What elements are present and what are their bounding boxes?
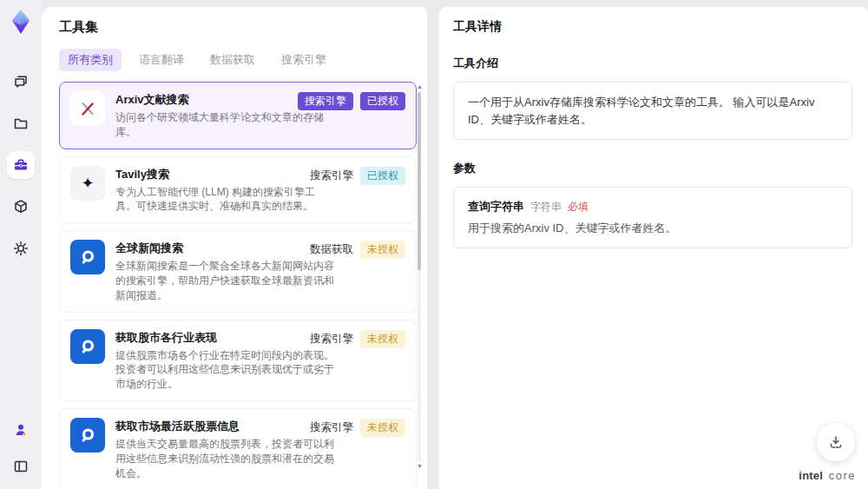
status-badge: 未授权 — [360, 241, 405, 259]
panel-toggle-icon[interactable] — [7, 453, 35, 480]
tool-name: 全球新闻搜索 — [115, 241, 334, 256]
tool-desc: 专为人工智能代理 (LLM) 构建的搜索引擎工具。可快速提供实时、准确和真实的结… — [115, 185, 334, 215]
category-badge: 搜索引擎 — [298, 92, 353, 110]
tool-desc: 全球新闻搜索是一个聚合全球各大新闻网站内容的搜索引擎，帮助用户快速获取全球最新资… — [115, 259, 334, 302]
tool-name: 获取市场最活跃股票信息 — [115, 419, 334, 434]
category-label: 搜索引擎 — [310, 169, 353, 183]
intel-core-logo: intel core — [799, 469, 856, 482]
detail-title: 工具详情 — [453, 19, 852, 35]
user-icon[interactable] — [7, 416, 35, 444]
tool-card-sector-performance[interactable]: 获取股市各行业表现 提供股票市场各个行业在特定时间段内的表现。投资者可以利用这些… — [59, 320, 417, 401]
tool-card-most-active-stocks[interactable]: 获取市场最活跃股票信息 提供当天交易量最高的股票列表，投资者可以利用这些信息来识… — [59, 408, 417, 489]
app-logo[interactable] — [6, 7, 36, 36]
scroll-down-arrow[interactable]: ▼ — [417, 463, 422, 470]
tab-all-categories[interactable]: 所有类别 — [59, 49, 122, 71]
blue-search-icon — [70, 240, 105, 274]
tool-list: Arxiv文献搜索 访问各个研究领域大量科学论文和文章的存储库。 搜索引擎 已授… — [59, 82, 410, 489]
category-label: 搜索引擎 — [310, 332, 353, 347]
list-scrollbar[interactable]: ▲ ▼ — [417, 83, 422, 470]
tab-search-engine[interactable]: 搜索引擎 — [273, 49, 335, 71]
brand-intel: intel — [799, 469, 823, 482]
intro-box: 一个用于从Arxiv存储库搜索科学论文和文章的工具。 输入可以是Arxiv ID… — [453, 82, 852, 140]
download-icon — [827, 433, 845, 451]
sidebar-nav — [7, 68, 35, 262]
brand-core: core — [829, 469, 856, 482]
toolset-title: 工具集 — [59, 19, 410, 36]
param-box: 查询字符串 字符串 必填 用于搜索的Arxiv ID、关键字或作者姓名。 — [453, 187, 852, 248]
tool-desc: 提供股票市场各个行业在特定时间段内的表现。投资者可以利用这些信息来识别表现优于或… — [115, 348, 334, 392]
tool-card-arxiv[interactable]: Arxiv文献搜索 访问各个研究领域大量科学论文和文章的存储库。 搜索引擎 已授… — [59, 82, 417, 149]
category-label: 数据获取 — [310, 242, 353, 257]
tool-detail-panel: 工具详情 工具介绍 一个用于从Arxiv存储库搜索科学论文和文章的工具。 输入可… — [439, 7, 868, 489]
toolbox-icon-active[interactable] — [7, 151, 35, 179]
category-tabs: 所有类别 语言翻译 数据获取 搜索引擎 — [59, 49, 410, 71]
tab-data-fetch[interactable]: 数据获取 — [201, 49, 264, 71]
status-badge: 已授权 — [360, 92, 405, 110]
toolset-panel: 工具集 所有类别 语言翻译 数据获取 搜索引擎 Arxiv文献搜索 访问各个研究… — [42, 7, 427, 489]
tool-desc: 提供当天交易量最高的股票列表，投资者可以利用这些信息来识别流动性强的股票和潜在的… — [115, 437, 334, 480]
intro-heading: 工具介绍 — [453, 56, 852, 71]
tavily-star-icon: ✦ — [70, 166, 105, 201]
params-heading: 参数 — [453, 161, 852, 176]
category-label: 搜索引擎 — [310, 420, 353, 435]
tool-card-global-news[interactable]: 全球新闻搜索 全球新闻搜索是一个聚合全球各大新闻网站内容的搜索引擎，帮助用户快速… — [59, 230, 417, 312]
intro-text: 一个用于从Arxiv存储库搜索科学论文和文章的工具。 输入可以是Arxiv ID… — [468, 94, 838, 128]
tool-desc: 访问各个研究领域大量科学论文和文章的存储库。 — [115, 110, 334, 140]
chat-icon[interactable] — [7, 68, 35, 96]
tab-language-translation[interactable]: 语言翻译 — [130, 49, 193, 71]
scrollbar-track[interactable] — [418, 92, 421, 461]
app-sidebar — [0, 0, 42, 489]
param-name: 查询字符串 — [468, 199, 524, 215]
arxiv-icon — [70, 91, 105, 126]
blue-search-icon — [70, 329, 105, 364]
blue-search-icon — [70, 418, 105, 453]
tool-name: 获取股市各行业表现 — [115, 330, 334, 346]
status-badge: 未授权 — [360, 330, 405, 348]
param-desc: 用于搜索的Arxiv ID、关键字或作者姓名。 — [468, 221, 838, 236]
param-required-badge: 必填 — [568, 200, 589, 215]
download-button[interactable] — [817, 423, 855, 461]
folder-icon[interactable] — [7, 109, 35, 137]
status-badge: 未授权 — [360, 419, 405, 437]
settings-icon[interactable] — [7, 235, 35, 262]
cube-icon[interactable] — [7, 193, 35, 221]
status-badge: 已授权 — [360, 167, 405, 185]
param-type: 字符串 — [530, 200, 562, 215]
tool-card-tavily[interactable]: ✦ Tavily搜索 专为人工智能代理 (LLM) 构建的搜索引擎工具。可快速提… — [59, 156, 417, 224]
tool-name: Tavily搜索 — [115, 167, 334, 182]
sidebar-bottom — [7, 416, 35, 480]
scroll-up-arrow[interactable]: ▲ — [417, 83, 422, 90]
scrollbar-thumb[interactable] — [418, 92, 421, 270]
